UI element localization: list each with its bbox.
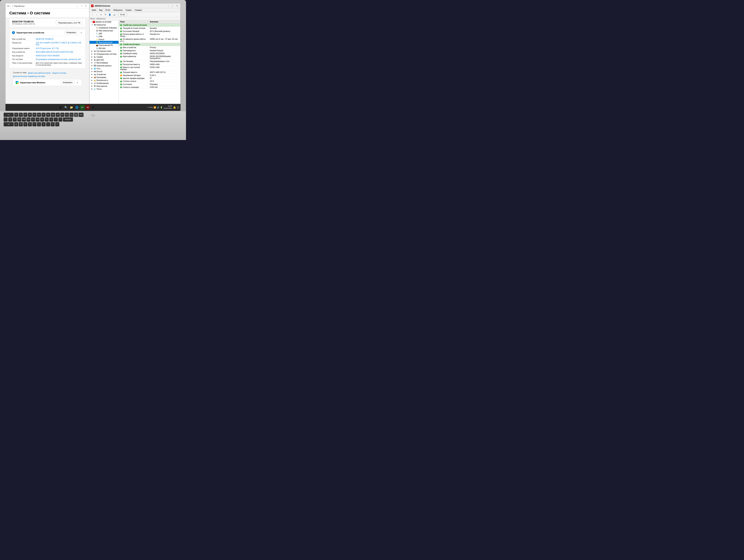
key-tab[interactable]: tab	[4, 122, 14, 126]
advanced-params-link[interactable]: Дополнительные параметры системы	[13, 75, 82, 77]
tree-item-network[interactable]: ▶ 🌐 Сеть	[89, 67, 118, 70]
key-3[interactable]: 3 £	[17, 117, 21, 121]
search-button[interactable]: 🔍	[63, 105, 68, 110]
toolbar-up[interactable]: ∧	[99, 13, 103, 17]
aida-main-panel[interactable]: Поле Значение Свойства	[119, 20, 180, 104]
tree-item-security[interactable]: ▶ 🔒 Безопасность	[89, 79, 118, 82]
key-f10[interactable]: F10	[60, 113, 64, 117]
key-minus[interactable]: -	[54, 117, 58, 121]
tree-item-compname[interactable]: 🖥 Имя компьютера	[89, 29, 118, 32]
toolbar-chart[interactable]: 📊	[112, 13, 116, 17]
collapse-icon[interactable]: ∧	[80, 31, 83, 34]
aida-tree[interactable]: ▼ 64 AIDA64 v6.50.5800 ▼ 💻 Компьютер	[89, 20, 119, 104]
aida-close-button[interactable]: ✕	[175, 4, 179, 7]
tree-item-multimedia[interactable]: ▶ 🎵 Мультимедиа	[89, 61, 118, 64]
rename-button[interactable]: Переименовать этот ПК	[56, 21, 83, 25]
key-1[interactable]: 1	[8, 117, 12, 121]
key-2[interactable]: 2	[13, 117, 17, 121]
key-f4[interactable]: F4	[28, 113, 32, 117]
menu-favorites[interactable]: Избранное	[112, 9, 124, 11]
widgets-icon[interactable]: ⬡	[177, 106, 179, 109]
tree-item-devices[interactable]: ▶ 🔌 Устройства	[89, 73, 118, 76]
domain-link[interactable]: Домен или рабочая группа	[28, 72, 51, 74]
windows-copy-button[interactable]: Копировать	[61, 81, 75, 84]
menu-help[interactable]: Справка	[133, 9, 143, 11]
key-y[interactable]: Y	[37, 122, 41, 126]
tree-item-sensors[interactable]: 📡 Датчики	[89, 47, 118, 50]
key-6[interactable]: 6	[31, 117, 35, 121]
tree-item-server[interactable]: ▶ 🖧 Сервер	[89, 55, 118, 58]
aida-maximize-button[interactable]: □	[171, 4, 175, 7]
key-4[interactable]: 4 $€	[22, 117, 26, 121]
toolbar-user[interactable]: 👤	[108, 13, 112, 17]
tree-item-database[interactable]: ▶ 🗄 База данных	[89, 85, 118, 87]
close-button[interactable]: ✕	[84, 5, 88, 7]
volume-icon[interactable]: 🔊	[157, 106, 159, 109]
favorites-btn[interactable]: Избранное	[96, 18, 106, 20]
taskbar-clock[interactable]: 15:39 29.03.2024	[164, 105, 172, 109]
key-w[interactable]: W	[19, 122, 23, 126]
tree-item-tests[interactable]: ▶ 🧪 Тесты	[89, 87, 118, 90]
toolbar-back[interactable]: ‹	[90, 13, 94, 17]
menu-service[interactable]: Сервис	[124, 9, 133, 11]
toolbar-refresh[interactable]: ↻	[103, 13, 107, 17]
tree-item-overclock[interactable]: ⚡ Разгон	[89, 38, 118, 41]
tree-item-directx[interactable]: ▶ 🎮 DirectX	[89, 70, 118, 73]
key-r[interactable]: R	[28, 122, 32, 126]
key-pwr[interactable]: ⏻	[74, 113, 78, 117]
key-f11[interactable]: F11	[65, 113, 69, 117]
tree-item-dmi[interactable]: 🔧 DMI	[89, 32, 118, 35]
maximize-button[interactable]: □	[80, 5, 83, 7]
key-o[interactable]: O	[51, 122, 55, 126]
key-tilde[interactable]: `	[4, 117, 8, 121]
toolbar-forward[interactable]: ›	[95, 13, 99, 17]
key-ins[interactable]: insert	[51, 113, 55, 117]
tree-item-portable[interactable]: 💼 Портативный ПК	[89, 44, 118, 47]
windows-collapse-icon[interactable]: ∧	[76, 81, 79, 84]
menu-btn[interactable]: Меню	[90, 18, 95, 20]
minimize-button[interactable]: ─	[75, 5, 79, 7]
key-f9[interactable]: F9	[56, 113, 60, 117]
tree-item-config[interactable]: ▶ ⚙ Конфигурация	[89, 82, 118, 85]
key-7[interactable]: 7 &	[36, 117, 40, 121]
tree-item-storage[interactable]: ▶ 💾 Хранение данных	[89, 64, 118, 67]
key-f5[interactable]: F5	[33, 113, 36, 117]
edge-button[interactable]: 🌐	[74, 105, 79, 110]
tree-item-aida[interactable]: ▼ 64 AIDA64 v6.50.5800	[89, 21, 118, 23]
params-content[interactable]: DESKTOP-TKGBFJO HP EliteBook X360 1030 G…	[6, 17, 89, 104]
key-t[interactable]: T	[33, 122, 36, 126]
aida-minimize-button[interactable]: ─	[166, 4, 170, 7]
key-i[interactable]: I	[46, 122, 50, 126]
key-8[interactable]: 8	[40, 117, 44, 121]
key-plus[interactable]: +	[58, 117, 62, 121]
key-p[interactable]: P	[55, 122, 59, 126]
menu-file[interactable]: Файл	[90, 9, 98, 11]
key-f6[interactable]: F6	[37, 113, 41, 117]
tree-item-display[interactable]: ▶ 🖥 Дисплей	[89, 58, 118, 61]
notification-icon[interactable]: 🔔	[173, 106, 176, 109]
key-esc[interactable]: esc	[4, 113, 14, 117]
settings-button[interactable]: ⚙	[90, 105, 96, 110]
menu-view[interactable]: Вид	[98, 9, 104, 11]
tree-item-ipmi[interactable]: 🔧 IPMI	[89, 35, 118, 38]
menu-report[interactable]: Отчёт	[104, 9, 112, 11]
key-f8[interactable]: F8	[46, 113, 50, 117]
copy-button[interactable]: Копировать	[64, 31, 78, 34]
key-f3[interactable]: F3	[23, 113, 27, 117]
explorer-button[interactable]: 📁	[69, 105, 74, 110]
key-5[interactable]: 5 %	[27, 117, 31, 121]
start-button[interactable]: ⊞	[58, 105, 63, 110]
key-f7[interactable]: F7	[42, 113, 46, 117]
chevron-up-icon[interactable]: ∧	[148, 107, 149, 108]
key-f1[interactable]: F1	[14, 113, 18, 117]
tree-item-summary[interactable]: 📋 Суммарная информа...	[89, 26, 118, 29]
tree-item-motherboard[interactable]: ▶ 🖥 Системная плата	[89, 50, 118, 52]
tree-item-os[interactable]: ▶ ⊞ Операционная система	[89, 52, 118, 55]
key-bksp[interactable]: backspace	[63, 117, 73, 121]
xbox-button[interactable]: 🎮	[80, 105, 85, 110]
tree-item-power[interactable]: 🔋 Электропитание	[89, 41, 118, 44]
key-9[interactable]: 9	[45, 117, 49, 121]
key-f2[interactable]: F2	[19, 113, 23, 117]
key-q[interactable]: Q	[14, 122, 18, 126]
tree-item-computer[interactable]: ▼ 💻 Компьютер	[89, 23, 118, 26]
